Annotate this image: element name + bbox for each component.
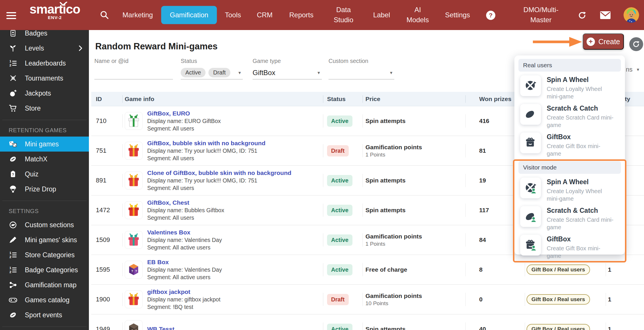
- sidebar-item-label: Games catalog: [25, 296, 70, 304]
- status-cell: Draft: [323, 285, 363, 314]
- price-cell: Gamification points10 Points: [363, 285, 465, 314]
- sidebar-item-store-categories[interactable]: 12Store Categories: [0, 247, 89, 262]
- price-type: Gamification points: [365, 144, 422, 151]
- mode-tag-badge: Gift Box / Real users: [527, 324, 590, 330]
- menu-item-spin-a-wheel[interactable]: Spin A WheelCreate Loyalty Wheel mini-ga…: [520, 178, 619, 202]
- sidebar-item-prize-drop[interactable]: Prize Drop: [0, 182, 89, 197]
- game-title-link[interactable]: WB Tesst: [147, 326, 174, 330]
- columns-dropdown-partial[interactable]: ns▼: [626, 66, 640, 73]
- sidebar-item-jackpots[interactable]: Jackpots: [0, 86, 89, 101]
- column-header-price: Price: [363, 92, 465, 106]
- menu-item-scratch-catch[interactable]: Scratch & CatchCreate Scratch Card mini-…: [520, 104, 619, 129]
- row-id: 710: [91, 106, 122, 136]
- game-title-link[interactable]: Valentines Box: [147, 229, 222, 236]
- nav-item-crm[interactable]: CRM: [257, 10, 273, 20]
- levels-icon: [9, 44, 17, 53]
- sidebar-item-quiz[interactable]: ?Quiz: [0, 167, 89, 182]
- sidebar-item-sport-events[interactable]: Sport events: [0, 307, 89, 322]
- mode-tag-cell: Gift Box / Real users: [525, 314, 606, 330]
- sidebar-item-mini-games-skins[interactable]: Mini games' skins: [0, 232, 89, 247]
- game-title-link[interactable]: giftbox jackpot: [147, 288, 221, 295]
- sidebar-item-mini-games[interactable]: Mini games: [0, 137, 89, 152]
- sidebar-item-badge-categories[interactable]: 12Badge Categories: [0, 262, 89, 277]
- sidebar-item-label: Mini games' skins: [25, 236, 77, 244]
- sidebar-item-label: Store Categories: [25, 251, 75, 259]
- status-chip-active[interactable]: Active: [181, 68, 206, 77]
- column-header-game-info: Game info: [122, 92, 323, 106]
- tenant-switcher[interactable]: DMO/Multi- Master: [523, 5, 558, 25]
- hamburger-menu-icon[interactable]: [6, 10, 17, 21]
- game-title-link[interactable]: GiftBox, Chest: [147, 199, 224, 206]
- create-button[interactable]: + Create: [583, 33, 624, 50]
- nav-item-tools[interactable]: Tools: [225, 10, 241, 20]
- search-icon[interactable]: [99, 10, 110, 21]
- sidebar-item-custom-sections[interactable]: Custom sections: [0, 217, 89, 232]
- game-info-cell: GiftBox, ChestDisplay name: Bubbles Gift…: [122, 195, 323, 225]
- sidebar-divider: [2, 327, 87, 327]
- page-title: Random Reward Mini-games: [95, 41, 218, 52]
- quiz-icon: ?: [9, 170, 17, 178]
- menu-item-giftbox[interactable]: GiftBoxCreate Gift Box mini-game: [520, 235, 619, 260]
- name-filter-label: Name or @id: [94, 58, 173, 64]
- name-filter-input[interactable]: [94, 68, 173, 77]
- sidebar-item-badges[interactable]: Badges: [0, 30, 89, 41]
- game-type-value[interactable]: GiftBox: [253, 69, 275, 77]
- sidebar-item-games-catalog[interactable]: Games catalog: [0, 292, 89, 307]
- game-info-cell: ??EB BoxDisplay name: Valentines DaySegm…: [122, 255, 323, 284]
- nav-item-label[interactable]: Label: [373, 10, 390, 20]
- game-title-link[interactable]: Clone of GiftBox, bubble skin with no ba…: [147, 169, 291, 176]
- nav-item-marketing[interactable]: Marketing: [122, 10, 153, 20]
- price-type: Spin attempts: [365, 177, 406, 184]
- nav-item-reports[interactable]: Reports: [289, 10, 313, 20]
- sidebar-section-label: SETTINGS: [0, 201, 89, 217]
- menu-item-title: Spin A Wheel: [547, 76, 614, 84]
- won-prizes-cell: 40: [465, 314, 525, 330]
- game-title-link[interactable]: GiftBox, bubble skin with no background: [147, 140, 266, 147]
- brand-logo[interactable]: smartico ENV-2: [25, 2, 84, 20]
- sidebar-item-store[interactable]: Store: [0, 101, 89, 116]
- sidebar-item-tournaments[interactable]: Tournaments: [0, 71, 89, 86]
- tournaments-icon: [9, 74, 17, 83]
- table-refresh-button[interactable]: [629, 37, 643, 51]
- sidebar-item-levels[interactable]: Levels: [0, 41, 89, 56]
- menu-item-giftbox[interactable]: GiftBoxCreate Gift Box mini-game: [520, 133, 619, 157]
- scratch-visitor-icon: [520, 206, 541, 227]
- logo-leaf-icon: [59, 2, 68, 7]
- price-amount: 1 Points: [365, 152, 422, 158]
- svg-text:?: ?: [135, 270, 137, 273]
- mail-icon[interactable]: [600, 11, 611, 21]
- status-badge: Active: [327, 324, 352, 330]
- status-chip-draft[interactable]: Draft: [208, 68, 230, 77]
- game-segment: Segment: All users: [147, 185, 291, 191]
- game-type-filter-label: Game type: [253, 58, 322, 64]
- status-badge: Active: [327, 264, 352, 275]
- help-button[interactable]: ?: [486, 11, 495, 20]
- game-thumbnail-icon: [125, 171, 143, 189]
- sidebar-item-gamification-map[interactable]: Gamification map: [0, 277, 89, 292]
- chevron-down-icon[interactable]: ▼: [317, 70, 322, 75]
- chevron-down-icon[interactable]: ▼: [389, 70, 394, 75]
- status-cell: Active: [323, 166, 363, 195]
- game-title-link[interactable]: GiftBox, EURO: [147, 110, 221, 117]
- nav-item-ai-models[interactable]: AI Models: [406, 5, 429, 25]
- menu-section-header: Real users: [518, 59, 621, 72]
- game-display-name: Display name: Try your luck!!! OMG, ID: …: [147, 148, 266, 154]
- nav-item-settings[interactable]: Settings: [445, 10, 470, 20]
- menu-item-scratch-catch[interactable]: Scratch & CatchCreate Scratch Card mini-…: [520, 206, 619, 231]
- game-info-cell: GiftBox, EURODisplay name: EURO GiftBoxS…: [122, 106, 323, 136]
- topbar: smartico ENV-2 MarketingGamificationTool…: [0, 0, 644, 30]
- game-title-link[interactable]: EB Box: [147, 259, 222, 266]
- sidebar-item-matchx[interactable]: MatchX: [0, 152, 89, 167]
- game-thumbnail-icon: [125, 112, 143, 130]
- sidebar: BadgesLevels12LeaderboardsTournamentsJac…: [0, 30, 89, 330]
- menu-item-spin-a-wheel[interactable]: Spin A WheelCreate Loyalty Wheel mini-ga…: [520, 75, 619, 100]
- sidebar-item-leaderboards[interactable]: 12Leaderboards: [0, 56, 89, 71]
- price-type: Spin attempts: [365, 207, 406, 214]
- avatar[interactable]: [624, 7, 639, 23]
- price-type: Spin attempts: [365, 118, 406, 124]
- nav-item-data-studio[interactable]: Data Studio: [334, 5, 353, 25]
- refresh-icon[interactable]: [577, 10, 587, 21]
- nav-item-gamification[interactable]: Gamification: [161, 6, 217, 24]
- game-thumbnail-icon: [125, 142, 143, 160]
- chevron-down-icon[interactable]: ▼: [238, 70, 243, 75]
